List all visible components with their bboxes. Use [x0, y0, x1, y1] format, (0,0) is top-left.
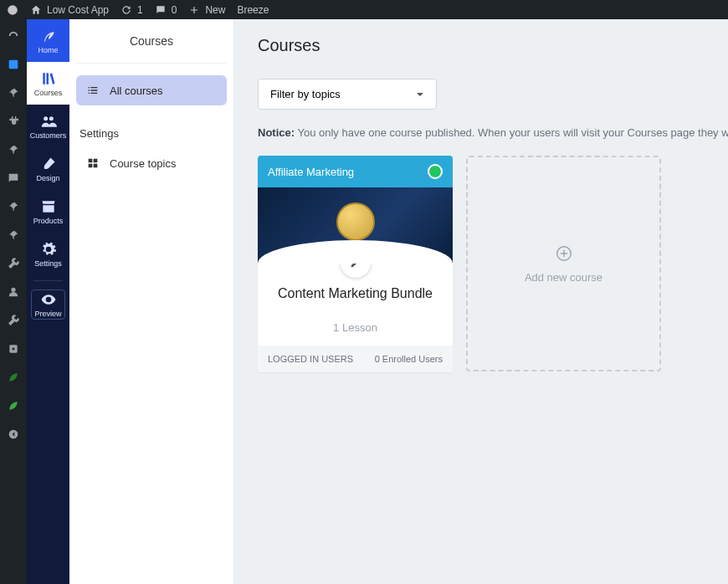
- new-button[interactable]: New: [188, 4, 225, 16]
- comments-link[interactable]: 0: [155, 4, 177, 16]
- notice-text: Notice: You only have one course publish…: [258, 126, 728, 139]
- course-card[interactable]: Affiliate Marketing Content Marketing Bu…: [258, 156, 453, 372]
- rail-pin-4[interactable]: [5, 227, 22, 243]
- rail-tools[interactable]: [5, 255, 22, 272]
- main-content: Courses Filter by topics Notice: You onl…: [234, 19, 728, 584]
- rail-users[interactable]: [5, 284, 22, 300]
- rail-app[interactable]: [5, 56, 22, 73]
- comment-icon: [155, 4, 167, 16]
- add-course-button[interactable]: Add new course: [466, 156, 661, 371]
- edit-icon: [349, 256, 362, 269]
- brush-icon: [40, 156, 57, 172]
- filter-placeholder: Filter by topics: [270, 88, 341, 100]
- page-title: Courses: [258, 36, 728, 55]
- gear-icon: [40, 241, 57, 258]
- app-design[interactable]: Design: [27, 147, 69, 190]
- new-label: New: [205, 4, 225, 16]
- rail-comments[interactable]: [5, 170, 22, 187]
- store-icon: [40, 198, 57, 215]
- rail-pin-1[interactable]: [5, 85, 22, 101]
- app-home[interactable]: Home: [27, 19, 69, 62]
- plus-icon: [188, 4, 200, 16]
- comments-count: 0: [172, 4, 177, 16]
- breeze-link[interactable]: Breeze: [237, 4, 269, 16]
- wp-logo[interactable]: [7, 4, 18, 16]
- rail-leaf-1[interactable]: [5, 369, 22, 386]
- wp-admin-topbar: Low Cost App 1 0 New Breeze: [0, 0, 728, 19]
- course-footer: LOGGED IN USERS 0 Enrolled Users: [258, 346, 453, 372]
- sidebar-item-all-courses[interactable]: All courses: [76, 75, 227, 105]
- home-icon: [30, 4, 42, 16]
- enrolled-count: 0 Enrolled Users: [375, 354, 443, 364]
- course-title: Content Marketing Bundle: [268, 286, 443, 301]
- app-rail: Home Courses Customers Design Products S…: [27, 19, 69, 584]
- sidebar-section-settings: Settings: [76, 119, 227, 148]
- updates-link[interactable]: 1: [120, 4, 143, 16]
- rail-divider: [33, 280, 63, 281]
- rail-collapse[interactable]: [5, 426, 22, 443]
- rail-pin-2[interactable]: [5, 141, 22, 158]
- app-customers[interactable]: Customers: [27, 105, 69, 147]
- course-topic: Affiliate Marketing: [268, 166, 354, 178]
- course-grid: Affiliate Marketing Content Marketing Bu…: [258, 156, 728, 372]
- edit-course-button[interactable]: [341, 248, 371, 278]
- rail-box[interactable]: [5, 341, 22, 357]
- sidebar-title: Courses: [76, 34, 227, 64]
- rail-plugins[interactable]: [5, 113, 22, 130]
- users-icon: [40, 113, 57, 130]
- course-topic-bar: Affiliate Marketing: [258, 156, 453, 187]
- eye-icon: [40, 291, 57, 308]
- chevron-down-icon: [416, 90, 424, 99]
- app-settings[interactable]: Settings: [27, 233, 69, 275]
- list-icon: [86, 84, 100, 97]
- wp-admin-rail: [0, 19, 27, 584]
- svg-point-0: [8, 5, 18, 15]
- status-dot-published: [428, 164, 443, 179]
- plus-circle-icon: [555, 244, 573, 263]
- books-icon: [40, 70, 57, 87]
- updates-count: 1: [137, 4, 143, 16]
- rail-tools-2[interactable]: [5, 312, 22, 329]
- course-thumbnail: [258, 187, 453, 263]
- rail-dashboard[interactable]: [5, 28, 22, 44]
- logged-in-label: LOGGED IN USERS: [268, 354, 353, 364]
- course-lessons: 1 Lesson: [268, 321, 443, 334]
- secondary-sidebar: Courses All courses Settings Course topi…: [69, 19, 234, 584]
- rail-leaf-2[interactable]: [5, 397, 22, 414]
- app-preview[interactable]: Preview: [31, 289, 65, 320]
- site-link[interactable]: Low Cost App: [30, 4, 109, 16]
- coin-icon: [336, 202, 375, 241]
- app-products[interactable]: Products: [27, 190, 69, 233]
- sidebar-item-course-topics[interactable]: Course topics: [76, 148, 227, 178]
- svg-rect-1: [9, 60, 18, 69]
- leaf-icon: [40, 28, 57, 44]
- filter-dropdown[interactable]: Filter by topics: [258, 79, 437, 110]
- rail-pin-3[interactable]: [5, 198, 22, 215]
- site-name: Low Cost App: [47, 4, 109, 16]
- app-courses[interactable]: Courses: [27, 62, 69, 105]
- refresh-icon: [120, 4, 132, 16]
- grid-icon: [86, 156, 100, 170]
